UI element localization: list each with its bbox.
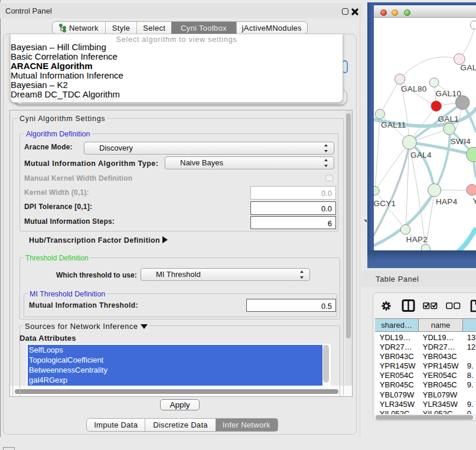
svg-text:HAP2: HAP2: [406, 235, 428, 244]
svg-text:GAL80: GAL80: [401, 84, 427, 93]
svg-text:Y: Y: [472, 197, 476, 206]
svg-text:GCY1: GCY1: [374, 199, 396, 208]
svg-text:HAP4: HAP4: [436, 197, 458, 206]
svg-text:SWI4: SWI4: [451, 137, 471, 146]
svg-text:GAL4: GAL4: [410, 151, 432, 159]
svg-text:GAL11: GAL11: [381, 120, 406, 129]
svg-text:GAL: GAL: [461, 63, 476, 72]
svg-text:GAL10: GAL10: [436, 89, 462, 98]
svg-text:GAL1: GAL1: [438, 115, 459, 123]
